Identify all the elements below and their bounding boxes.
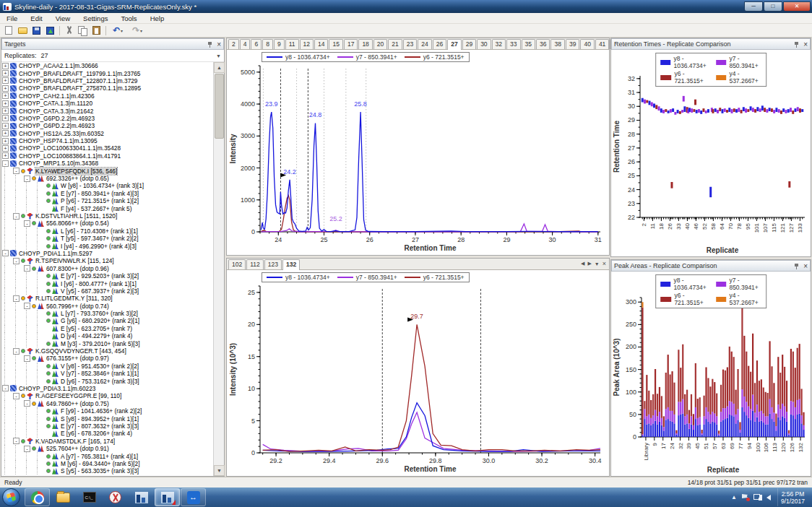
undo-dropdown-caret[interactable]: ▾ bbox=[121, 28, 123, 33]
replicate-tab-14[interactable]: 14 bbox=[314, 39, 328, 49]
tree-expander[interactable]: + bbox=[2, 130, 9, 136]
tree-expander[interactable]: - bbox=[13, 348, 20, 355]
tree-expander[interactable]: - bbox=[24, 303, 30, 309]
tree-item-tran[interactable]: E [y5] - 623.2705+ (rank 7) bbox=[1, 325, 213, 332]
pin-icon[interactable] bbox=[794, 263, 800, 269]
tree-expander[interactable]: - bbox=[2, 160, 9, 167]
tree-item-pep[interactable]: -K.LYAWEPSFQDK.I [536, 546] bbox=[1, 167, 213, 174]
tree-item-pep[interactable]: -R.AGEFSEEYGGPR.E [99, 110] bbox=[1, 392, 213, 399]
replicate-tab-23[interactable]: 23 bbox=[403, 39, 417, 49]
redo-button[interactable]: ↷▾ bbox=[128, 25, 147, 36]
tray-expand-icon[interactable]: ▲ bbox=[731, 494, 737, 500]
tree-item-tran[interactable]: A [y7] - 765.3811+ (rank 4)[1] bbox=[1, 452, 213, 459]
save-button[interactable] bbox=[30, 25, 43, 36]
start-button[interactable] bbox=[2, 488, 20, 506]
tree-item-tran[interactable]: D [y6] - 753.3162+ (rank 3)[3] bbox=[1, 377, 213, 384]
replicate-tab-11[interactable]: 11 bbox=[285, 39, 299, 49]
tree-expander[interactable]: - bbox=[24, 220, 30, 227]
minimize-button[interactable]: ─ bbox=[744, 1, 763, 12]
tree-expander[interactable]: - bbox=[13, 393, 20, 399]
tree-expander[interactable]: - bbox=[13, 438, 20, 444]
speaker-icon[interactable] bbox=[766, 495, 771, 500]
tree-expander[interactable]: - bbox=[13, 168, 20, 174]
peak-areas-header[interactable]: Peak Areas - Replicate Comparison × bbox=[611, 260, 811, 272]
tab-close-icon[interactable]: × bbox=[602, 260, 606, 267]
tree-expander[interactable]: - bbox=[24, 355, 30, 362]
tree-item-prec[interactable]: -649.7860++ (dotp 0.75) bbox=[1, 400, 213, 407]
targets-scrollbar[interactable]: ▲ ▼ bbox=[213, 62, 224, 476]
replicate-tab-35[interactable]: 35 bbox=[522, 39, 535, 49]
tree-expander[interactable]: - bbox=[13, 213, 20, 220]
tree-item-tran[interactable]: D [y4] - 494.2279+ (rank 4) bbox=[1, 332, 213, 339]
replicate-tab-21[interactable]: 21 bbox=[388, 39, 402, 49]
tree-item-tran[interactable]: E [y7] - 929.5203+ (rank 3)[2] bbox=[1, 272, 213, 280]
tree-expander[interactable]: - bbox=[2, 385, 9, 391]
tree-expander[interactable]: - bbox=[24, 446, 30, 452]
close-panel-icon[interactable]: × bbox=[217, 41, 221, 48]
replicate-tab-36[interactable]: 36 bbox=[536, 39, 550, 49]
action-center-flag-icon[interactable] bbox=[742, 494, 748, 500]
tree-item-pep[interactable]: -K.DSTVLTIAHR.L [1511, 1520] bbox=[1, 212, 213, 220]
menu-item-view[interactable]: View bbox=[49, 14, 77, 22]
cut-button[interactable] bbox=[62, 25, 75, 36]
replicate-tab-6[interactable]: 6 bbox=[251, 39, 262, 49]
menu-item-tools[interactable]: Tools bbox=[114, 14, 143, 22]
chevron-down-icon[interactable]: ▼ bbox=[216, 53, 221, 58]
tree-expander[interactable]: - bbox=[13, 258, 20, 264]
tree-item-tran[interactable]: T [y5] - 597.3467+ (rank 2)[2] bbox=[1, 235, 213, 242]
retention-times-chart[interactable]: y8 - 1036.4734+y7 - 850.3941+y6 - 721.35… bbox=[611, 50, 811, 256]
tree-item-pep[interactable]: -K.VADAMSTDLK.F [165, 174] bbox=[1, 438, 213, 445]
tree-item-prot[interactable]: +CHOYP_BRAFLDRAFT_119799.1.1|m.23765 bbox=[1, 69, 213, 77]
tree-item-tran[interactable]: F [y9] - 1041.4636+ (rank 2)[2] bbox=[1, 407, 213, 415]
tree-item-tran[interactable]: L [y6] - 710.4308+ (rank 1)[1] bbox=[1, 228, 213, 235]
publish-button[interactable] bbox=[43, 25, 56, 36]
pin-icon[interactable] bbox=[794, 41, 800, 48]
menu-item-edit[interactable]: Edit bbox=[24, 14, 48, 22]
replicate-tab-17[interactable]: 17 bbox=[344, 39, 358, 49]
new-document-button[interactable] bbox=[2, 25, 15, 36]
peak-areas-chart[interactable]: y8 - 1036.4734+y7 - 850.3941+y6 - 721.35… bbox=[611, 272, 811, 476]
tab-menu-icon[interactable]: ▼ bbox=[595, 261, 600, 266]
tab-scroll-left-icon[interactable]: ◀ bbox=[581, 261, 584, 266]
tree-item-pep[interactable]: -R.TSPEIVNWLR.K [115, 124] bbox=[1, 257, 213, 264]
taskbar-button-skyline[interactable] bbox=[129, 488, 154, 506]
taskbar-button-explorer[interactable] bbox=[51, 488, 76, 506]
close-panel-icon[interactable]: × bbox=[803, 263, 808, 269]
tree-expander[interactable]: - bbox=[2, 250, 9, 256]
tree-expander[interactable]: + bbox=[2, 85, 9, 92]
tree-expander[interactable]: + bbox=[2, 77, 9, 84]
replicate-tab-2[interactable]: 2 bbox=[228, 39, 239, 49]
tree-expander[interactable]: + bbox=[2, 145, 9, 152]
tree-expander[interactable]: + bbox=[2, 123, 9, 129]
replicate-tab-38[interactable]: 38 bbox=[550, 39, 564, 49]
replicate-tab-18[interactable]: 18 bbox=[358, 39, 372, 49]
tree-expander[interactable]: + bbox=[2, 70, 9, 77]
chromatogram-chart-bottom[interactable]: y8 - 1036.4734+y7 - 850.3941+y6 - 721.35… bbox=[227, 270, 609, 476]
replicate-tab-123[interactable]: 123 bbox=[264, 259, 282, 269]
paste-button[interactable] bbox=[90, 25, 103, 36]
targets-panel-header[interactable]: Targets × bbox=[1, 38, 224, 50]
title-bar[interactable]: Skyline-daily - 2017-08-31-Gigas-SRM-Rep… bbox=[0, 0, 812, 13]
tree-item-tran[interactable]: G [y6] - 680.2920+ (rank 2)[1] bbox=[1, 317, 213, 324]
menu-item-settings[interactable]: Settings bbox=[77, 14, 114, 22]
redo-dropdown-caret[interactable]: ▾ bbox=[140, 28, 142, 33]
undo-button[interactable]: ↶▾ bbox=[108, 25, 127, 36]
replicate-tab-24[interactable]: 24 bbox=[418, 39, 431, 49]
tree-item-tran[interactable]: E [y7] - 807.3632+ (rank 3)[3] bbox=[1, 422, 213, 430]
tree-expander[interactable]: + bbox=[2, 100, 9, 107]
tree-item-prot[interactable]: +CHOYP_CATA.3.3|m.21642 bbox=[1, 107, 213, 114]
tree-item-prec[interactable]: -560.7996++ (dotp 0.74) bbox=[1, 303, 213, 310]
tree-item-prot[interactable]: +CHOYP_LOC100633041.1.1|m.35428 bbox=[1, 144, 213, 152]
tree-item-prot[interactable]: -CHOYP_MRP1.5.10|m.34368 bbox=[1, 160, 213, 167]
taskbar-button-snipping-tool[interactable] bbox=[103, 488, 128, 506]
replicate-tab-30[interactable]: 30 bbox=[477, 39, 491, 49]
tree-item-prec[interactable]: -607.8300++ (dotp 0.96) bbox=[1, 265, 213, 272]
replicate-tab-33[interactable]: 33 bbox=[506, 39, 520, 49]
replicates-selector[interactable]: Replicates: 27 ▼ bbox=[1, 50, 224, 62]
tree-item-tran[interactable]: V [y5] - 687.3937+ (rank 2)[3] bbox=[1, 287, 213, 295]
tree-item-prec[interactable]: -692.3326++ (dotp 0.65) bbox=[1, 175, 213, 182]
replicate-tab-27[interactable]: 27 bbox=[447, 39, 461, 50]
tree-expander[interactable]: + bbox=[2, 63, 9, 69]
tree-item-tran[interactable]: E [y6] - 678.3206+ (rank 4) bbox=[1, 430, 213, 437]
replicate-tab-29[interactable]: 29 bbox=[462, 39, 476, 49]
